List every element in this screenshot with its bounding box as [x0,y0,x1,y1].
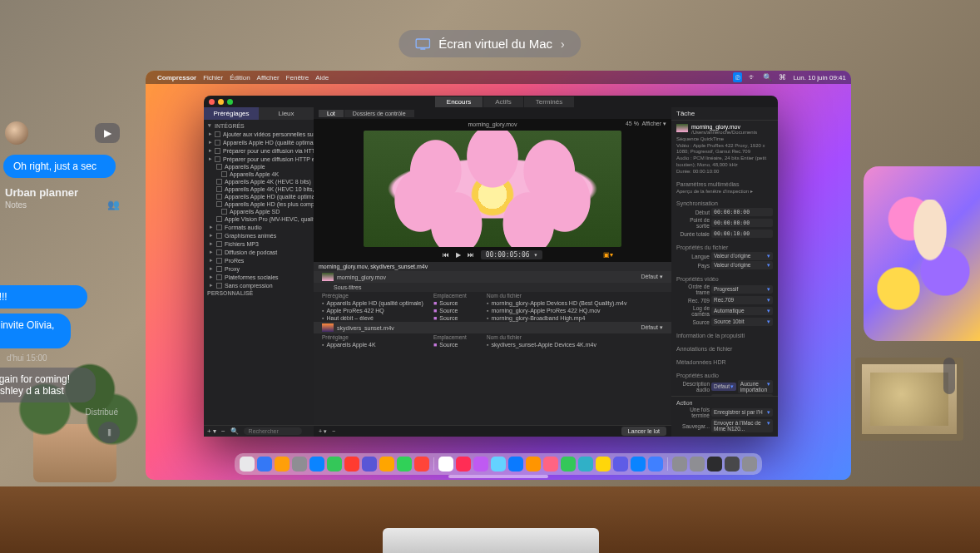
source-select[interactable]: Source 10bit [711,318,773,326]
dock-app[interactable] [438,457,453,472]
preset-item[interactable]: ▸Préparer pour une diffusion HTTP en dir… [204,155,314,163]
titlebar[interactable]: Encours Actifs Terminés [204,96,778,107]
seg-current[interactable]: Encours [435,96,483,107]
preset-item[interactable]: Appareils Apple [204,163,314,170]
preset-item[interactable]: ▸Ajouter aux vidéos personnelles sur l'A… [204,130,314,138]
in-point-field[interactable]: 00:00:00:00 [711,208,773,216]
dock-app[interactable] [491,457,506,472]
menu-item[interactable]: Édition [230,74,250,81]
batch-group[interactable]: morning_glory.mov Défaut ▾ [314,271,671,283]
dock-app[interactable] [578,457,593,472]
dock-app[interactable] [672,457,687,472]
play-button[interactable]: ▶ [456,251,461,259]
search-input[interactable] [244,427,302,435]
marker-button[interactable]: ▣▾ [603,251,613,259]
dock-app[interactable] [275,457,290,472]
batch-row[interactable]: ▪ Apple ProRes 422 HQ■ Source▪ morning_g… [314,307,671,314]
dock-app[interactable] [508,457,523,472]
camera-log-select[interactable]: Automatique [711,307,773,315]
dock-app[interactable] [543,457,558,472]
batch-row[interactable]: ▪ Appareils Apple 4K■ Source▪ skydivers_… [314,341,671,348]
preset-item[interactable]: ▸Sans compression [204,281,314,289]
message-bubble[interactable]: fun!!! [0,285,87,309]
contact-row[interactable]: Urban planner Notes 👥 [0,183,125,214]
preset-item[interactable]: ▸Proxy [204,264,314,273]
dock-app[interactable] [596,457,611,472]
country-select[interactable]: Valeur d'origine [711,261,773,269]
out-point-field[interactable]: 00:00:00:00 [711,219,773,227]
menubar-clock[interactable]: Lun. 10 juin 09:41 [793,74,846,81]
preset-item[interactable]: Appareils Apple 4K (HEVC 10 bits, HLG...… [204,185,314,193]
dock-app[interactable] [561,457,576,472]
seg-active[interactable]: Actifs [483,96,523,107]
batch-row[interactable]: ▪ Appareils Apple HD (qualité optimale)■… [314,299,671,307]
remove-button[interactable]: − [221,427,225,435]
batch-group[interactable]: skydivers_sunset.m4v Défaut ▾ [314,322,671,333]
dock-app[interactable] [648,457,663,472]
dock-app[interactable] [456,457,471,472]
dictation-button[interactable]: ⦀ [98,422,120,443]
dock-app[interactable] [414,457,429,472]
dock-app[interactable] [631,457,646,472]
avatar[interactable] [5,121,28,145]
preset-item[interactable]: ▸ProRes [204,256,314,264]
subseg-watch[interactable]: Dossiers de contrôle [344,110,414,117]
dock-app[interactable] [257,457,272,472]
timecode-field[interactable]: 00:00:05:06 ▾ [481,250,543,259]
zoom-value[interactable]: 45 % [626,121,639,126]
message-bubble[interactable]: should invite Olivia, too! [0,314,71,348]
subseg-batch[interactable]: Lot [319,110,344,117]
audio-desc-a[interactable]: Défaut [711,383,736,391]
prev-button[interactable]: ⏮ [443,251,449,259]
menubar[interactable]: Compressor Fichier Édition Afficher Fenê… [146,71,851,84]
dock[interactable] [235,453,762,475]
preset-item[interactable]: Appareils Apple SD [204,208,314,215]
preset-item[interactable]: ▸Appareils Apple HD (qualité optimale) [204,138,314,146]
preset-item[interactable]: ▸Formats audio [204,223,314,231]
photos-scroll[interactable] [943,358,955,394]
insp-preview-link[interactable]: Aperçu de la fenêtre d'inspection ▸ [676,189,773,195]
menu-item[interactable]: Afficher [257,74,280,81]
wifi-icon[interactable]: ᯤ [749,73,756,81]
batch-list[interactable]: morning_glory.mov, skydivers_sunset.m4v … [314,262,671,425]
dock-app[interactable] [344,457,359,472]
dock-app[interactable] [362,457,377,472]
close-button[interactable] [209,99,215,105]
batch-row[interactable]: ▪ Haut débit – élevé■ Source▪ morning_gl… [314,314,671,322]
tab-locations[interactable]: Lieux [259,107,314,120]
spotlight-icon[interactable]: 🔍 [763,73,772,81]
preset-item[interactable]: ▸Diffusion de podcast [204,248,314,256]
field-order-select[interactable]: Progressif [711,285,773,294]
preset-item[interactable]: ▸Plateformes sociales [204,273,314,281]
virtual-display-pill[interactable]: Écran virtuel du Mac › [398,30,581,57]
duration-field[interactable]: 00:00:10:00 [711,230,773,238]
dock-app[interactable] [327,457,342,472]
preset-item[interactable]: ▸Graphismes animés [204,231,314,239]
dock-app[interactable] [309,457,324,472]
menu-item[interactable]: Fenêtre [286,74,309,81]
preset-item[interactable]: Appareils Apple 4K [204,170,314,178]
preset-item[interactable]: Appareils Apple HD (qualité optimale) [204,193,314,200]
preset-item[interactable]: Apple Vision Pro (MV-HEVC, qualité élevé… [204,215,314,223]
dock-app[interactable] [725,457,740,472]
tab-presets[interactable]: Préréglages [204,107,259,120]
dock-app[interactable] [473,457,488,472]
save-to-select[interactable]: Envoyer à l'iMac de Mme N120... [711,419,773,432]
screen-mirroring-icon[interactable]: ⎚ [733,72,742,82]
dock-app[interactable] [690,457,705,472]
home-indicator[interactable] [448,475,548,478]
preset-item[interactable]: ▸Fichiers MP3 [204,239,314,248]
control-center-icon[interactable]: ⌘ [779,73,786,81]
remove-job-button[interactable]: − [332,428,335,434]
when-done-select[interactable]: Enregistrer si par l'H [711,408,773,417]
photos-card[interactable] [864,166,980,341]
view-segmented[interactable]: Encours Actifs Terminés [435,96,574,107]
message-bubble[interactable]: again for coming! Ashley d a blast [0,368,96,402]
facetime-button[interactable]: ▶ [95,123,120,143]
view-menu[interactable]: Afficher ▾ [641,121,666,126]
add-button[interactable]: + ▾ [207,427,216,435]
presets-tree[interactable]: ▾INTÉGRÉS ▸Ajouter aux vidéos personnell… [204,120,314,425]
app-menu[interactable]: Compressor [157,74,196,81]
dock-app[interactable] [742,457,757,472]
center-subseg[interactable]: Lot Dossiers de contrôle [319,110,414,117]
